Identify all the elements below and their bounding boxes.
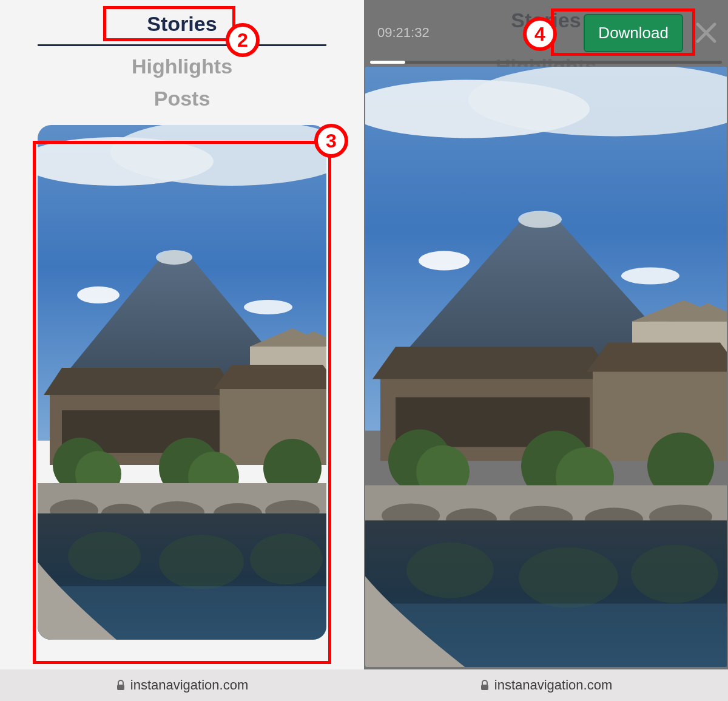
viewer-controls: Download [584,14,721,52]
svg-point-59 [406,543,494,598]
content-tabs: Stories Highlights Posts [38,8,326,121]
svg-rect-30 [117,685,124,690]
lock-icon [116,680,126,691]
story-progress-bar[interactable] [370,61,722,64]
svg-point-60 [519,547,618,608]
url-text-left: instanavigation.com [130,677,248,693]
landscape-image [38,125,326,640]
story-thumbnail[interactable] [38,125,326,640]
svg-point-3 [77,286,120,303]
url-text-right: instanavigation.com [494,677,612,693]
svg-point-5 [156,250,192,265]
browser-url-bar-right: instanavigation.com [364,669,728,701]
story-progress-fill [370,61,405,64]
landscape-image-full [365,67,727,667]
svg-point-37 [621,268,679,285]
screenshot-right: Stories Highlights 09:21:32 Download [364,0,728,701]
svg-marker-43 [372,347,614,379]
svg-point-38 [518,211,562,228]
tab-highlights[interactable]: Highlights [38,46,326,82]
svg-point-4 [244,300,292,314]
svg-point-28 [250,533,323,584]
close-button[interactable] [692,18,721,47]
screenshot-left: Stories Highlights Posts [0,0,364,701]
story-timestamp: 09:21:32 [371,25,430,41]
svg-marker-46 [587,343,727,372]
tab-stories[interactable]: Stories [38,8,326,44]
svg-point-36 [419,251,470,271]
svg-marker-10 [44,368,238,395]
svg-marker-13 [214,365,326,389]
download-button[interactable]: Download [584,14,683,52]
svg-rect-63 [481,685,488,690]
svg-point-27 [159,535,244,589]
lock-icon [480,680,490,691]
svg-point-61 [631,545,718,603]
story-viewer-header: 09:21:32 Download [364,0,728,66]
browser-url-bar-left: instanavigation.com [0,669,364,701]
svg-point-26 [68,532,141,580]
close-icon [694,21,718,45]
story-full-image[interactable] [365,67,727,667]
tab-posts[interactable]: Posts [38,82,326,121]
